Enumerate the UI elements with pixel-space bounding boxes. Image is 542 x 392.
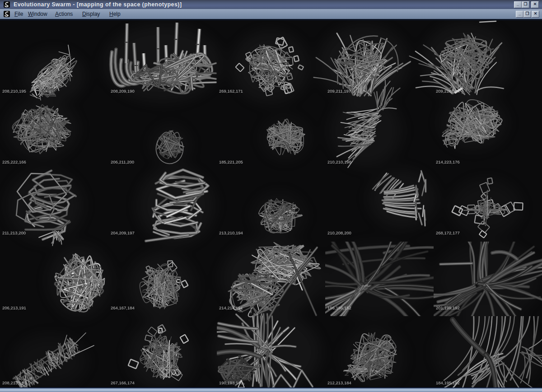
svg-text:268,172,177: 268,172,177 — [436, 230, 460, 235]
svg-text:267,166,174: 267,166,174 — [111, 380, 135, 385]
svg-text:190,193,140: 190,193,140 — [219, 380, 243, 385]
svg-text:208,209,190: 208,209,190 — [111, 89, 135, 93]
svg-text:269,162,171: 269,162,171 — [219, 89, 243, 93]
svg-text:214,223,176: 214,223,176 — [436, 159, 460, 164]
svg-text:184,195,182: 184,195,182 — [436, 380, 460, 385]
svg-text:204,209,197: 204,209,197 — [111, 230, 135, 235]
svg-text:209,211,197: 209,211,197 — [327, 89, 351, 93]
svg-text:210,210,198: 210,210,198 — [327, 159, 351, 164]
svg-text:209,218,194: 209,218,194 — [436, 89, 460, 93]
svg-text:264,167,184: 264,167,184 — [111, 305, 135, 310]
svg-text:210,208,200: 210,208,200 — [327, 230, 351, 235]
svg-text:201,199,192: 201,199,192 — [436, 305, 460, 310]
svg-text:211,213,200: 211,213,200 — [2, 230, 26, 235]
svg-text:208,213,189: 208,213,189 — [2, 380, 26, 385]
svg-text:214,214,191: 214,214,191 — [219, 305, 243, 310]
svg-text:225,222,166: 225,222,166 — [2, 159, 26, 164]
svg-text:185,221,205: 185,221,205 — [219, 159, 243, 164]
svg-text:208,210,195: 208,210,195 — [2, 89, 26, 93]
svg-text:206,211,200: 206,211,200 — [111, 159, 134, 164]
svg-text:213,210,194: 213,210,194 — [219, 230, 243, 235]
svg-text:196,186,152: 196,186,152 — [327, 305, 351, 310]
svg-text:206,213,191: 206,213,191 — [2, 305, 26, 310]
svg-text:212,213,184: 212,213,184 — [327, 380, 351, 385]
